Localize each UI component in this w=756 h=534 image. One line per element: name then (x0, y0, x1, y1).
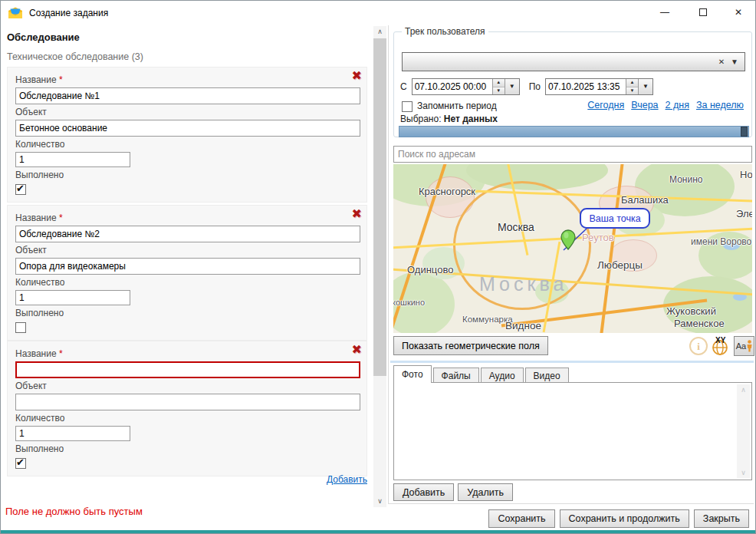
clear-icon[interactable]: ✕ (718, 58, 725, 66)
selected-label: Выбрано: (400, 114, 441, 124)
object-input[interactable] (15, 258, 360, 275)
spin-down-icon[interactable]: ▼ (493, 87, 505, 95)
scroll-up-icon[interactable]: ∧ (373, 26, 386, 38)
done-checkbox[interactable] (15, 184, 26, 195)
remember-period-checkbox[interactable] (402, 101, 413, 112)
done-checkbox[interactable] (15, 322, 26, 333)
name-label: Название (15, 348, 57, 359)
selected-value: Нет данных (444, 114, 498, 124)
yesterday-link[interactable]: Вчера (631, 100, 658, 110)
required-asterisk: * (59, 213, 63, 223)
chevron-down-icon[interactable]: ▼ (731, 58, 738, 66)
attachment-add-button[interactable]: Добавить (393, 483, 454, 501)
maximize-button[interactable] (686, 1, 720, 24)
from-calendar-dropdown-icon[interactable]: ▼ (505, 79, 519, 94)
background-window-edge (1, 530, 755, 533)
attachment-delete-button[interactable]: Удалить (458, 483, 513, 501)
from-datetime-input[interactable] (413, 79, 492, 94)
map-label-city: Монино (669, 174, 702, 185)
tab-photo[interactable]: Фото (393, 365, 432, 383)
from-label: С (400, 81, 407, 92)
quantity-input[interactable] (15, 426, 130, 441)
map-label-reutov: Реутов (582, 232, 614, 243)
map-label-city: Но (740, 169, 752, 180)
tab-video[interactable]: Видео (525, 368, 569, 383)
name-input[interactable] (15, 361, 360, 378)
to-label: По (529, 81, 541, 92)
map-label-city: Красногорск (419, 186, 475, 197)
required-asterisk: * (59, 74, 63, 85)
delete-card-icon[interactable]: ✖ (352, 344, 362, 356)
name-input[interactable] (15, 87, 360, 104)
delete-card-icon[interactable]: ✖ (352, 70, 362, 82)
object-input[interactable] (15, 394, 360, 410)
close-button[interactable]: ✕ (721, 1, 755, 24)
save-continue-button[interactable]: Сохранить и продолжить (560, 509, 689, 528)
show-geometry-fields-button[interactable]: Показать геометрические поля (393, 336, 548, 355)
minimize-button[interactable]: — (648, 1, 682, 24)
spin-up-icon[interactable]: ▲ (626, 79, 638, 87)
name-label: Название (15, 74, 57, 85)
quantity-label: Количество (15, 139, 359, 150)
two-days-link[interactable]: 2 дня (666, 100, 689, 110)
minimize-icon: — (660, 7, 669, 18)
done-label: Выполнено (15, 170, 359, 180)
user-track-title: Трек пользователя (402, 26, 488, 37)
panel-divider (388, 25, 389, 504)
done-label: Выполнено (15, 308, 359, 318)
map-label-moscow: Москва (498, 221, 534, 233)
map-label-city: Жуковский (666, 305, 716, 317)
address-search-input[interactable] (393, 146, 752, 163)
to-spinner: ▲ ▼ (626, 79, 638, 94)
info-icon[interactable]: i (689, 337, 708, 355)
name-input[interactable] (15, 226, 360, 242)
close-dialog-button[interactable]: Закрыть (694, 509, 749, 528)
labels-toggle-button[interactable]: Aa (734, 336, 754, 356)
save-button[interactable]: Сохранить (488, 509, 554, 528)
object-label: Объект (15, 381, 359, 391)
spin-down-icon[interactable]: ▼ (626, 87, 638, 95)
done-label: Выполнено (15, 443, 359, 454)
today-link[interactable]: Сегодня (587, 100, 624, 110)
map-label-city: имени Ворово (691, 236, 751, 247)
your-point-tooltip: Ваша точка (580, 208, 650, 229)
user-select-combo[interactable]: ✕ ▼ (402, 52, 745, 71)
scroll-up-icon[interactable]: ∧ (737, 384, 750, 395)
scroll-down-icon[interactable]: ∨ (373, 496, 386, 507)
user-track-group: Трек пользователя ✕ ▼ С ▲ ▼ ▼ По ▲ ▼ (393, 31, 752, 137)
from-datetime-picker: ▲ ▼ ▼ (412, 78, 520, 95)
map-label-city: Видное (505, 320, 541, 331)
title-bar: Создание задания (1, 1, 755, 25)
photo-list-box[interactable]: ∧ ∨ (393, 382, 752, 480)
quantity-input[interactable] (15, 152, 130, 167)
photo-scrollbar[interactable]: ∧ ∨ (737, 384, 750, 478)
slider-handle[interactable] (741, 127, 748, 137)
scrollbar-thumb[interactable] (373, 38, 386, 376)
map-label-moscow-region: Москва (479, 273, 567, 295)
spin-up-icon[interactable]: ▲ (493, 79, 505, 87)
week-link[interactable]: За неделю (696, 100, 744, 110)
map-label-city: Раменское (674, 318, 725, 329)
person-icon (747, 340, 752, 352)
track-range-slider[interactable] (399, 126, 749, 137)
done-checkbox[interactable] (15, 458, 26, 469)
quantity-input[interactable] (15, 290, 130, 305)
to-calendar-dropdown-icon[interactable]: ▼ (638, 79, 652, 94)
left-scrollbar[interactable]: ∧ ∨ (373, 26, 386, 507)
survey-card-1: ✖ Название * Объект Количество Выполнено (7, 67, 367, 203)
create-task-window: Создание задания — ✕ Обследование Технич… (0, 0, 756, 534)
your-point-label: Ваша точка (589, 213, 640, 224)
map-label-city: Одинцово (407, 264, 453, 275)
window-title: Создание задания (29, 8, 108, 18)
to-datetime-input[interactable] (546, 79, 626, 94)
survey-group-title: Техническое обследование (3) (7, 51, 143, 62)
map-canvas[interactable]: Красногорск Монино Но Балашиха Элек Моск… (393, 164, 752, 333)
add-survey-link[interactable]: Добавить (327, 474, 367, 485)
object-input[interactable] (15, 120, 360, 137)
delete-card-icon[interactable]: ✖ (352, 208, 362, 220)
tabs-top-divider (390, 361, 754, 363)
tab-audio[interactable]: Аудио (481, 368, 524, 383)
scroll-down-icon[interactable]: ∨ (737, 467, 750, 478)
tab-files[interactable]: Файлы (433, 368, 479, 383)
xy-globe-icon[interactable]: XY (711, 336, 731, 356)
